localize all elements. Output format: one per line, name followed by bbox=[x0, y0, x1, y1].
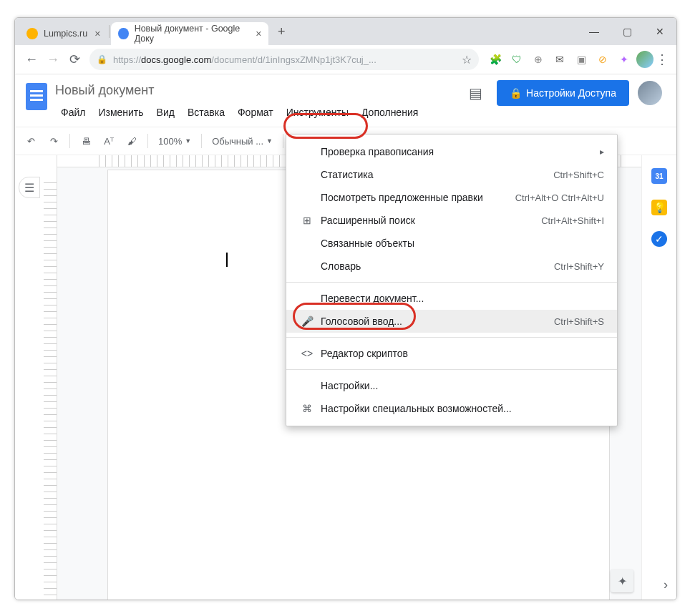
menu-item-label: Посмотреть предложенные правки bbox=[321, 192, 515, 203]
menu-item[interactable]: ⌘Настройки специальных возможностей... bbox=[286, 397, 617, 420]
redo-icon[interactable]: ↷ bbox=[44, 131, 64, 151]
menu-separator bbox=[286, 369, 617, 370]
menu-item-shortcut: Ctrl+Shift+S bbox=[554, 316, 604, 327]
vertical-ruler bbox=[44, 155, 57, 600]
menu-item[interactable]: •Посмотреть предложенные правкиCtrl+Alt+… bbox=[286, 186, 617, 209]
zoom-selector[interactable]: 100%▼ bbox=[154, 136, 195, 147]
bookmark-icon[interactable]: ☆ bbox=[462, 53, 472, 67]
new-tab-button[interactable]: + bbox=[271, 21, 291, 41]
back-button[interactable]: ← bbox=[21, 49, 42, 70]
text-cursor bbox=[226, 253, 228, 267]
calendar-icon[interactable]: 31 bbox=[651, 168, 667, 184]
side-panel-toggle-icon[interactable]: › bbox=[664, 577, 668, 592]
menu-item-label: Связанные объекты bbox=[321, 238, 604, 249]
menu-item[interactable]: •Проверка правописания▸ bbox=[286, 140, 617, 163]
window-controls: — ▢ ✕ bbox=[578, 18, 676, 45]
menu-edit[interactable]: Изменить bbox=[92, 104, 149, 121]
menu-separator bbox=[286, 337, 617, 338]
tab-strip: Lumpics.ru × Новый документ - Google Док… bbox=[15, 18, 291, 45]
document-title[interactable]: Новый документ bbox=[55, 80, 462, 101]
menu-item[interactable]: •СтатистикаCtrl+Shift+C bbox=[286, 163, 617, 186]
share-button[interactable]: 🔒 Настройки Доступа bbox=[497, 80, 629, 106]
close-button[interactable]: ✕ bbox=[643, 18, 676, 45]
menu-item-icon: 🎤 bbox=[299, 316, 315, 327]
menu-item-label: Настройки... bbox=[321, 380, 604, 391]
url-text: https://docs.google.com/document/d/1inIn… bbox=[113, 54, 456, 65]
menu-bar: Файл Изменить Вид Вставка Формат Инструм… bbox=[55, 101, 462, 121]
menu-item-shortcut: Ctrl+Alt+Shift+I bbox=[541, 215, 604, 226]
extension-icon[interactable]: ▣ bbox=[575, 53, 588, 66]
menu-item-label: Настройки специальных возможностей... bbox=[321, 403, 604, 414]
tools-dropdown: •Проверка правописания▸•СтатистикаCtrl+S… bbox=[286, 134, 618, 426]
lock-icon: 🔒 bbox=[510, 87, 522, 99]
tab-separator bbox=[109, 25, 110, 38]
left-gutter: ☰ bbox=[15, 155, 44, 600]
url-input[interactable]: 🔒 https://docs.google.com/document/d/1in… bbox=[89, 49, 479, 70]
browser-window: Lumpics.ru × Новый документ - Google Док… bbox=[14, 17, 677, 600]
browser-menu-icon[interactable]: ⋮ bbox=[653, 52, 671, 67]
tab-title: Lumpics.ru bbox=[44, 29, 87, 39]
menu-item[interactable]: ⊞Расширенный поискCtrl+Alt+Shift+I bbox=[286, 209, 617, 232]
menu-item-label: Редактор скриптов bbox=[321, 348, 604, 359]
docs-logo[interactable] bbox=[24, 80, 49, 113]
user-avatar[interactable] bbox=[638, 81, 662, 105]
forward-button[interactable]: → bbox=[42, 49, 64, 70]
keep-icon[interactable]: 💡 bbox=[651, 200, 667, 215]
menu-insert[interactable]: Вставка bbox=[182, 104, 230, 121]
outline-toggle-icon[interactable]: ☰ bbox=[19, 177, 40, 198]
menu-item-shortcut: Ctrl+Alt+O Ctrl+Alt+U bbox=[515, 192, 604, 203]
extension-icon[interactable]: ✦ bbox=[618, 53, 631, 66]
minimize-button[interactable]: — bbox=[578, 18, 611, 45]
submenu-arrow-icon: ▸ bbox=[600, 147, 604, 157]
undo-icon[interactable]: ↶ bbox=[21, 131, 41, 151]
menu-item-label: Проверка правописания bbox=[321, 146, 600, 157]
extensions: 🧩 🛡 ⊕ ✉ ▣ ⊘ ✦ bbox=[483, 53, 636, 66]
lock-icon: 🔒 bbox=[97, 54, 107, 64]
menu-format[interactable]: Формат bbox=[232, 104, 279, 121]
menu-file[interactable]: Файл bbox=[55, 104, 91, 121]
menu-tools[interactable]: Инструменты bbox=[281, 104, 354, 121]
browser-tab[interactable]: Lumpics.ru × bbox=[19, 22, 107, 45]
menu-item[interactable]: 🎤Голосовой ввод...Ctrl+Shift+S bbox=[286, 310, 617, 333]
menu-addons[interactable]: Дополнения bbox=[356, 104, 424, 121]
tab-title: Новый документ - Google Доку bbox=[135, 24, 249, 44]
profile-avatar[interactable] bbox=[636, 51, 653, 68]
spellcheck-icon[interactable]: Aᵀ bbox=[99, 131, 119, 151]
docs-title-block: Новый документ Файл Изменить Вид Вставка… bbox=[55, 80, 462, 121]
tasks-icon[interactable]: ✓ bbox=[651, 231, 667, 247]
explore-button[interactable]: ✦ bbox=[611, 569, 633, 592]
extension-icon[interactable]: ⊕ bbox=[532, 53, 545, 66]
menu-item[interactable]: •Перевести документ... bbox=[286, 287, 617, 310]
reload-button[interactable]: ⟳ bbox=[64, 49, 85, 70]
comments-icon[interactable]: ▤ bbox=[462, 80, 488, 106]
extension-icon[interactable]: 🛡 bbox=[510, 53, 523, 66]
extension-icon[interactable]: ⊘ bbox=[596, 53, 609, 66]
menu-item[interactable]: •Настройки... bbox=[286, 374, 617, 397]
favicon bbox=[26, 28, 38, 39]
menu-item[interactable]: <>Редактор скриптов bbox=[286, 342, 617, 365]
menu-item-label: Статистика bbox=[321, 169, 553, 180]
style-selector[interactable]: Обычный ...▼ bbox=[208, 136, 277, 147]
menu-item-shortcut: Ctrl+Shift+C bbox=[553, 170, 604, 180]
docs-header: Новый документ Файл Изменить Вид Вставка… bbox=[15, 74, 676, 121]
close-icon[interactable]: × bbox=[256, 28, 261, 39]
extension-icon[interactable]: ✉ bbox=[553, 53, 566, 66]
paint-format-icon[interactable]: 🖌 bbox=[122, 131, 142, 151]
menu-item-label: Расширенный поиск bbox=[321, 215, 541, 226]
menu-item-label: Словарь bbox=[321, 260, 554, 272]
side-panel: 31 💡 ✓ bbox=[641, 155, 676, 600]
menu-item[interactable]: •СловарьCtrl+Shift+Y bbox=[286, 255, 617, 278]
menu-item[interactable]: •Связанные объекты bbox=[286, 232, 617, 255]
menu-view[interactable]: Вид bbox=[151, 104, 180, 121]
favicon bbox=[118, 28, 128, 39]
menu-item-label: Голосовой ввод... bbox=[321, 316, 554, 327]
menu-item-icon: <> bbox=[299, 348, 315, 359]
print-icon[interactable]: 🖶 bbox=[76, 131, 96, 151]
close-icon[interactable]: × bbox=[94, 28, 100, 39]
maximize-button[interactable]: ▢ bbox=[611, 18, 643, 45]
address-bar: ← → ⟳ 🔒 https://docs.google.com/document… bbox=[15, 45, 676, 74]
extension-icon[interactable]: 🧩 bbox=[489, 53, 502, 66]
menu-item-icon: ⌘ bbox=[299, 403, 315, 414]
browser-tab[interactable]: Новый документ - Google Доку × bbox=[111, 22, 268, 45]
menu-item-shortcut: Ctrl+Shift+Y bbox=[554, 261, 604, 272]
